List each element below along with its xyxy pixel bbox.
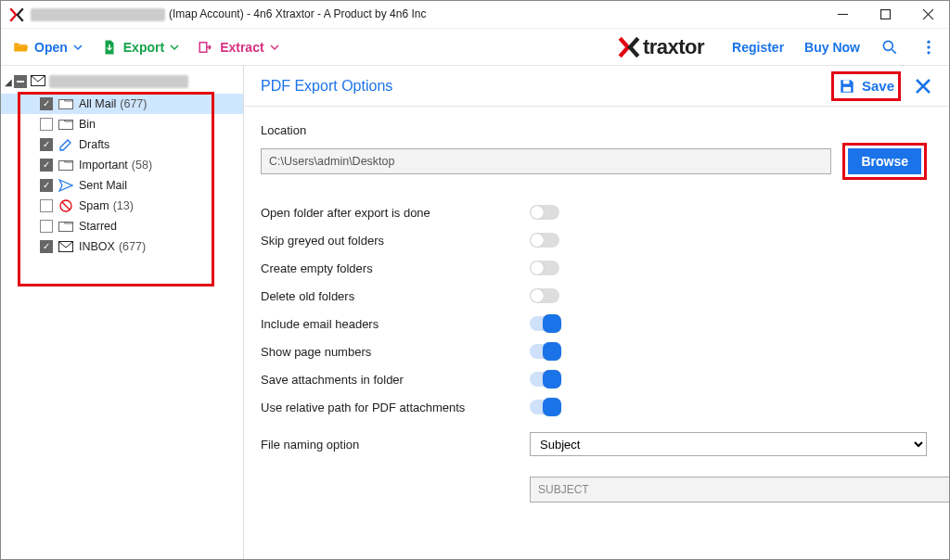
search-icon[interactable]	[880, 38, 899, 57]
folder-name: Important	[79, 159, 128, 172]
option-label: Delete old folders	[261, 289, 530, 303]
option-label: Create empty folders	[261, 261, 530, 275]
caret-down-icon	[170, 43, 179, 52]
option-toggle[interactable]	[530, 400, 559, 414]
folder-name: Sent Mail	[79, 179, 127, 192]
title-blur	[31, 8, 165, 21]
option-toggle[interactable]	[530, 372, 559, 387]
panel-title: PDF Export Options	[261, 78, 392, 95]
register-link[interactable]: Register	[732, 40, 784, 55]
open-menu[interactable]: Open	[12, 39, 83, 56]
maximize-button[interactable]	[864, 1, 906, 29]
tree-item-bin[interactable]: Bin	[1, 114, 243, 134]
option-label: Use relative path for PDF attachments	[261, 401, 530, 414]
tree-item-sent-mail[interactable]: Sent Mail	[1, 175, 243, 196]
svg-rect-1	[880, 10, 890, 19]
export-file-icon	[101, 39, 118, 56]
tree-item-all-mail[interactable]: All Mail (677)	[1, 94, 243, 114]
option-label: Show page numbers	[261, 345, 530, 359]
extract-menu[interactable]: Extract	[198, 39, 278, 56]
svg-point-9	[927, 51, 930, 54]
panel-header: PDF Export Options Save	[244, 66, 949, 107]
window-controls	[821, 1, 949, 29]
brand-text: traxtor	[643, 35, 704, 59]
option-label: Include email headers	[261, 317, 530, 331]
tree-root-item[interactable]: ◢	[1, 71, 243, 92]
option-toggle[interactable]	[530, 344, 559, 359]
mail-icon	[31, 75, 45, 89]
folder-name: Bin	[79, 118, 96, 131]
option-row: Save attachments in folder	[261, 365, 927, 393]
root-checkbox[interactable]	[14, 75, 27, 88]
option-toggle[interactable]	[530, 288, 559, 303]
main-toolbar: Open Export Extract traxtor Register Buy…	[1, 29, 949, 66]
location-input[interactable]	[261, 148, 831, 174]
options-list: Open folder after export is doneSkip gre…	[261, 198, 927, 421]
open-label: Open	[34, 40, 68, 55]
title-bar: (Imap Account) - 4n6 Xtraxtor - A Produc…	[1, 1, 949, 29]
drafts-icon	[58, 137, 73, 152]
panel-close-icon[interactable]	[914, 77, 932, 95]
save-button[interactable]: Save	[838, 77, 894, 95]
checkbox[interactable]	[40, 240, 53, 253]
spam-icon	[58, 198, 73, 213]
collapse-arrow-icon[interactable]: ◢	[5, 77, 12, 87]
sent-icon	[58, 178, 73, 193]
svg-rect-18	[843, 80, 850, 83]
svg-rect-19	[843, 86, 851, 91]
option-toggle[interactable]	[530, 205, 559, 220]
folder-icon	[58, 96, 73, 111]
folder-icon	[58, 117, 73, 132]
naming-select[interactable]: Subject	[530, 432, 927, 456]
tree-item-inbox[interactable]: INBOX (677)	[1, 236, 243, 257]
folder-icon	[58, 158, 73, 172]
option-label: Skip greyed out folders	[261, 234, 530, 248]
svg-rect-4	[199, 42, 207, 52]
option-row: Open folder after export is done	[261, 198, 927, 226]
export-label: Export	[123, 40, 164, 55]
folder-name: All Mail	[79, 97, 116, 110]
folder-name: INBOX	[79, 240, 115, 253]
folder-name: Drafts	[79, 138, 109, 151]
extract-icon	[198, 39, 214, 56]
checkbox[interactable]	[40, 179, 53, 192]
svg-point-7	[927, 40, 930, 43]
checkbox[interactable]	[40, 97, 53, 110]
more-menu-icon[interactable]	[919, 38, 938, 57]
browse-button[interactable]: Browse	[848, 148, 921, 174]
close-button[interactable]	[906, 1, 949, 29]
tree-item-spam[interactable]: Spam (13)	[1, 196, 243, 216]
svg-line-15	[62, 202, 70, 210]
minimize-button[interactable]	[821, 1, 864, 29]
svg-point-5	[883, 41, 892, 50]
window-title: (Imap Account) - 4n6 Xtraxtor - A Produc…	[31, 7, 821, 21]
option-toggle[interactable]	[530, 233, 559, 248]
folder-count: (13)	[113, 199, 134, 212]
tree-item-drafts[interactable]: Drafts	[1, 134, 243, 155]
tree-item-starred[interactable]: Starred	[1, 216, 243, 236]
save-label: Save	[862, 78, 894, 94]
main-body: ◢ All Mail (677)BinDraftsImportant (58)S…	[1, 66, 949, 559]
option-label: Open folder after export is done	[261, 206, 530, 220]
extract-label: Extract	[220, 40, 263, 55]
option-label: Save attachments in folder	[261, 373, 530, 387]
folder-count: (677)	[120, 97, 147, 110]
export-menu[interactable]: Export	[101, 39, 179, 56]
option-row: Use relative path for PDF attachments	[261, 393, 927, 421]
location-label: Location	[261, 123, 927, 137]
folder-name: Starred	[79, 220, 117, 233]
checkbox[interactable]	[40, 220, 53, 233]
option-toggle[interactable]	[530, 261, 559, 275]
checkbox[interactable]	[40, 159, 53, 172]
checkbox[interactable]	[40, 199, 53, 212]
app-logo-icon	[8, 6, 25, 23]
buynow-link[interactable]: Buy Now	[804, 40, 860, 55]
option-toggle[interactable]	[530, 316, 559, 331]
option-row: Skip greyed out folders	[261, 226, 927, 254]
naming-preview-input[interactable]	[530, 477, 949, 503]
checkbox[interactable]	[40, 118, 53, 131]
root-label-blur	[49, 75, 188, 88]
tree-item-important[interactable]: Important (58)	[1, 155, 243, 175]
checkbox[interactable]	[40, 138, 53, 151]
option-row: Include email headers	[261, 310, 927, 337]
